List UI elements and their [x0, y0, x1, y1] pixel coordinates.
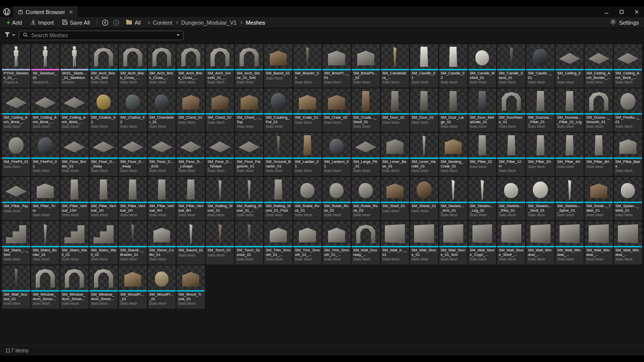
asset-tile[interactable]: SM_Candle_Stand_01 Static Mesh: [497, 44, 525, 87]
search-input[interactable]: [31, 32, 174, 38]
asset-tile[interactable]: SM_Torch_Sconce_01 Static Mesh: [235, 221, 263, 264]
asset-tile[interactable]: SM_Pillar_Vertical_1H Static Mesh: [90, 177, 118, 220]
import-button[interactable]: Import: [27, 18, 57, 27]
asset-tile[interactable]: SM_Ladder_01 Static Mesh: [293, 133, 321, 176]
asset-tile[interactable]: SM_Doorwa..._Pillar_01 Static Mesh: [526, 88, 554, 132]
asset-tile[interactable]: SM_Floor_Flagstone_01 Static Mesh: [235, 133, 263, 176]
asset-tile[interactable]: SM_Spider..._Web_01 Static Mesh: [614, 177, 642, 220]
settings-button[interactable]: Settings: [610, 19, 641, 26]
asset-tile[interactable]: SM_Sword_01 Static Mesh: [177, 221, 205, 264]
asset-tile[interactable]: SM_Shelf_01 Static Mesh: [381, 177, 409, 220]
asset-tile[interactable]: SM_FireBo..._01 Static Mesh: [614, 88, 642, 132]
asset-tile[interactable]: SM_Floor_D..._Tshape Static Mesh: [206, 133, 234, 176]
search-options-chevron-icon[interactable]: [177, 34, 180, 36]
asset-tile[interactable]: SM_Door_Large_01 Static Mesh: [439, 88, 467, 132]
asset-tile[interactable]: SM_Stairs_Wall_02 Static Mesh: [90, 221, 118, 264]
asset-tile[interactable]: SM_Shield_01 Static Mesh: [410, 177, 438, 220]
asset-tile[interactable]: SM_Ruble_Rock_01 Static Mesh: [293, 177, 321, 220]
asset-tile[interactable]: SM_Wall_Window_... Static Mesh: [526, 221, 554, 264]
asset-tile[interactable]: SM_Candle_02 Static Mesh: [439, 44, 467, 87]
asset-tile[interactable]: SM_Wall_Ir..._01 Static Mesh: [381, 221, 409, 264]
asset-tile[interactable]: SM_Crude..._Shelf_01 Static Mesh: [352, 88, 380, 132]
asset-tile[interactable]: SM_Doorwa..._Pillar_01_Lrg Static Mesh: [555, 88, 584, 132]
asset-tile[interactable]: SM_Arch_Brick_Cross_... Static Mesh: [148, 44, 176, 87]
asset-tile[interactable]: SM_Crate_02 Static Mesh: [323, 88, 351, 132]
asset-tile[interactable]: SM_Barrel_01 Static Mesh: [264, 44, 292, 87]
asset-tile[interactable]: SM_Pillar_02 Static Mesh: [468, 133, 497, 176]
asset-tile[interactable]: SM_Torch_01 Static Mesh: [206, 221, 234, 264]
save-all-button[interactable]: Save All: [58, 18, 94, 27]
asset-tile[interactable]: SM_Ceiling_Arch_Brick_... Static Mesh: [614, 44, 642, 87]
asset-tile[interactable]: SM_Arch_Brick_Cross_... Static Mesh: [177, 44, 205, 87]
asset-tile[interactable]: SM_Arch_Stone_01_Sml Static Mesh: [235, 44, 263, 87]
asset-tile[interactable]: SM_Pillar_Vertical_8H Static Mesh: [177, 177, 205, 220]
asset-tile[interactable]: SM_Wall_Sconce_01 Static Mesh: [2, 265, 30, 309]
asset-tile[interactable]: SM_Wall_Stone_01_Sml Static Mesh: [439, 221, 467, 264]
asset-tile[interactable]: SM_Door_02 Static Mesh: [410, 88, 438, 132]
add-button[interactable]: + Add: [3, 19, 26, 27]
chevron-right-icon[interactable]: [240, 21, 243, 24]
asset-tile[interactable]: SM_Floor_D..._Lshape Static Mesh: [177, 133, 205, 176]
asset-tile[interactable]: SM_Floor_D..._4way Static Mesh: [119, 133, 147, 176]
asset-tile[interactable]: SM_Chest_01 Static Mesh: [177, 88, 205, 132]
asset-tile[interactable]: SM_Ceiling_Arch_Brick_... Static Mesh: [60, 88, 89, 132]
asset-tile[interactable]: SM_Skeleto..._Ribs_01 Static Mesh: [497, 177, 525, 220]
asset-tile[interactable]: SM_Floor_D..._2way Static Mesh: [90, 133, 118, 176]
asset-tile[interactable]: SM_Chest_..._Top Static Mesh: [235, 88, 263, 132]
asset-tile[interactable]: SM_Wood_Trunk_01 Static Mesh: [177, 265, 205, 309]
path-root-button[interactable]: All: [122, 18, 144, 27]
breadcrumb-meshes[interactable]: Meshes: [244, 20, 267, 26]
asset-tile[interactable]: SM_Ceiling_Arch_Brick_... Static Mesh: [31, 88, 59, 132]
asset-tile[interactable]: SM_Floor_D..._End Static Mesh: [148, 133, 176, 176]
asset-tile[interactable]: SM_Ruble_Rock_03 Static Mesh: [352, 177, 380, 220]
asset-tile[interactable]: SM_Large_Pit_01 Static Mesh: [352, 133, 380, 176]
asset-tile[interactable]: SM_Skeleto..._Spine_01 Static Mesh: [555, 177, 584, 220]
asset-tile[interactable]: SM_FirePot_01 Static Mesh: [31, 133, 59, 176]
asset-tile[interactable]: SM_Window_Arch_Smoo... Static Mesh: [60, 265, 89, 309]
minimize-button[interactable]: [599, 7, 614, 17]
back-button[interactable]: [100, 19, 110, 27]
forward-button[interactable]: [111, 19, 121, 27]
asset-tile[interactable]: SM_BrickPi..._01 Static Mesh: [323, 44, 351, 87]
asset-tile[interactable]: SM_Ceiling_Arch_Border_... Static Mesh: [585, 44, 613, 87]
asset-tile[interactable]: SM_Door_01 Static Mesh: [381, 88, 409, 132]
asset-tile[interactable]: SM_Wall_Window_... Static Mesh: [585, 221, 613, 264]
asset-tile[interactable]: SM_Chandelier_01 Static Mesh: [148, 88, 176, 132]
asset-tile[interactable]: SM_Stairs_Border_01 Static Mesh: [31, 221, 59, 264]
asset-tile[interactable]: SM_Stairs_Wall_01 Static Mesh: [60, 221, 89, 264]
tab-content-browser[interactable]: Content Browser: [13, 7, 77, 17]
asset-tile[interactable]: SM_Pillar_2H Static Mesh: [526, 133, 554, 176]
asset-tile[interactable]: SM_Cauldr..._01 Static Mesh: [526, 44, 554, 87]
maximize-button[interactable]: [614, 7, 629, 17]
asset-tile[interactable]: SM_Arch_Brick_01_Sml Static Mesh: [90, 44, 118, 87]
asset-tile[interactable]: SM_Skeleto..._Leg_01 Static Mesh: [468, 177, 497, 220]
asset-tile[interactable]: SM_Lever_Base_01 Static Mesh: [381, 133, 409, 176]
asset-tile[interactable]: SM_Window_Arch_Smoo... Static Mesh: [90, 265, 118, 309]
asset-tile[interactable]: SM_Nesting_Crate_01 Static Mesh: [439, 133, 467, 176]
asset-tile[interactable]: SM_Arch_Brick_Cross_... Static Mesh: [119, 44, 147, 87]
asset-tile[interactable]: SM_Stairs_..._Sml Static Mesh: [2, 221, 30, 264]
asset-tile[interactable]: SM_Cooking_Pot_01 Static Mesh: [264, 88, 292, 132]
asset-tile[interactable]: SKEL_Skele..._01_Skeleton Skeleton: [60, 44, 89, 87]
asset-tile[interactable]: SM_Arch_Smooth_01_... Static Mesh: [206, 44, 234, 87]
asset-tile[interactable]: SM_Pillar_Vertical_12H Static Mesh: [60, 177, 89, 220]
asset-tile[interactable]: SM_Railing_Stone_01_Post Static Mesh: [264, 177, 292, 220]
asset-tile[interactable]: SM_Skeleto..._Arm_01 Static Mesh: [439, 177, 467, 220]
asset-tile[interactable]: SM_Pillar_Trim Static Mesh: [31, 177, 59, 220]
asset-tile[interactable]: SM_Window_Arch_Smoo... Static Mesh: [31, 265, 59, 309]
asset-tile[interactable]: SM_Railing_Stone_01_... Static Mesh: [235, 177, 263, 220]
asset-tile[interactable]: SM_Pillar_4H Static Mesh: [555, 133, 584, 176]
asset-tile[interactable]: SM_Wall_Window_... Static Mesh: [614, 221, 642, 264]
asset-tile[interactable]: SM_Ruble_Rock_02 Static Mesh: [323, 177, 351, 220]
asset-tile[interactable]: SM_Candle_Melted_01 Static Mesh: [468, 44, 497, 87]
asset-tile[interactable]: SM_Wall_Doorway_... Static Mesh: [352, 221, 380, 264]
asset-tile[interactable]: SM_Pillar_Vertical_4H Static Mesh: [148, 177, 176, 220]
asset-tile[interactable]: SM_Lantern_01 Static Mesh: [323, 133, 351, 176]
asset-tile[interactable]: SM_Candle_01 Static Mesh: [410, 44, 438, 87]
asset-tile[interactable]: SM_Trim_Smooth_01_... Static Mesh: [293, 221, 321, 264]
asset-tile[interactable]: SM_Wall_Window_... Static Mesh: [555, 221, 584, 264]
asset-tile[interactable]: SM_Candelabra_... Static Mesh: [381, 44, 409, 87]
asset-tile[interactable]: PYHS_Skeleton_01_... Physics A...: [2, 44, 30, 87]
asset-tile[interactable]: SM_Pillar_8H Static Mesh: [585, 133, 613, 176]
asset-tile[interactable]: SM_Ceiling_Arch_Brick_... Static Mesh: [2, 88, 30, 132]
